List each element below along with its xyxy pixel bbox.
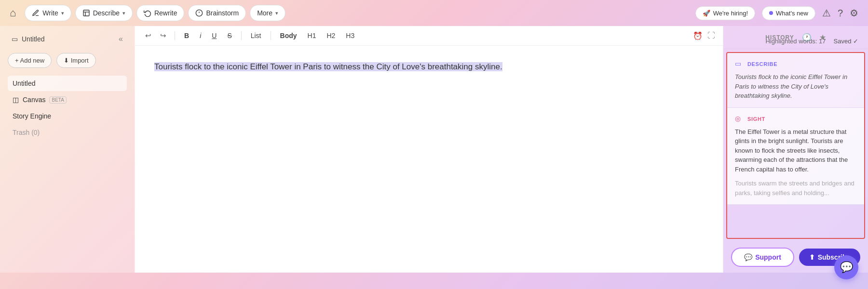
sight-card-text-1: The Eiffel Tower is a metal structure th… (735, 127, 856, 174)
bold-button[interactable]: B (181, 30, 192, 41)
sight-card-type: SIGHT (747, 116, 765, 122)
alert-icon-button[interactable]: ⚠ (822, 7, 831, 19)
add-new-label: + Add new (15, 57, 44, 64)
toolbar-separator-2 (241, 31, 242, 40)
more-label: More (257, 9, 272, 17)
sidebar-doc-icon: ▭ (12, 35, 18, 43)
editor-area: ↩ ↪ B i U S List Body H1 H2 H3 ⏰ ⛶ Touri… (135, 26, 723, 273)
chat-bubble-button[interactable]: 💬 (834, 255, 858, 279)
underline-button[interactable]: U (208, 30, 220, 41)
more-chevron[interactable]: ▾ (275, 10, 278, 16)
hiring-label: We're hiring! (713, 10, 748, 17)
sidebar: ▭ Untitled « + Add new ⬇ Import Untitled… (0, 26, 135, 273)
more-button[interactable]: More ▾ (250, 5, 285, 21)
support-label: Support (755, 253, 781, 261)
write-label: Write (42, 9, 58, 17)
h2-button[interactable]: H2 (323, 30, 339, 41)
italic-button[interactable]: i (196, 30, 204, 41)
hiring-button[interactable]: 🚀 We're hiring! (695, 6, 755, 20)
editor-text: Tourists flock to the iconic Eiffel Towe… (154, 60, 704, 73)
editor-toolbar: ↩ ↪ B i U S List Body H1 H2 H3 ⏰ ⛶ (135, 26, 723, 46)
toolbar-right: ⏰ ⛶ (693, 31, 715, 40)
import-button[interactable]: ⬇ Import (56, 53, 95, 68)
rewrite-icon (144, 9, 151, 17)
saved-status: Saved ✓ (834, 38, 858, 45)
rewrite-label: Rewrite (154, 9, 177, 17)
support-icon: 💬 (744, 253, 752, 261)
highlighted-text: Tourists flock to the iconic Eiffel Towe… (154, 62, 502, 71)
h3-button[interactable]: H3 (342, 30, 358, 41)
sidebar-item-trash-label: Trash (0) (13, 129, 40, 136)
history-panel: HISTORY 🕐 ★ ▭ DESCRIBE Tourists flock to… (723, 26, 868, 273)
sidebar-item-untitled-label: Untitled (13, 79, 35, 87)
sidebar-collapse-button[interactable]: « (119, 35, 123, 43)
sidebar-item-canvas-label: Canvas (23, 96, 45, 104)
describe-card-type: DESCRIBE (747, 61, 777, 67)
import-label: ⬇ Import (64, 57, 88, 64)
sight-card-icon: ◎ (735, 115, 744, 123)
sight-card: ◎ SIGHT The Eiffel Tower is a metal stru… (727, 108, 864, 205)
write-icon (32, 9, 40, 17)
toolbar-separator-1 (175, 31, 175, 40)
describe-chevron[interactable]: ▾ (122, 10, 125, 16)
nav-right: 🚀 We're hiring! What's new ⚠ ? ⚙ (695, 6, 858, 20)
sidebar-doc-name: Untitled (22, 35, 44, 43)
sight-card-header: ◎ SIGHT (735, 115, 856, 123)
sidebar-item-canvas[interactable]: ◫ Canvas BETA (8, 92, 127, 107)
history-clock-icon[interactable]: ⏰ (693, 31, 703, 40)
settings-icon-button[interactable]: ⚙ (850, 7, 858, 19)
body-button[interactable]: Body (277, 30, 300, 41)
rocket-icon: 🚀 (703, 10, 710, 17)
canvas-icon: ◫ (13, 96, 19, 104)
write-button[interactable]: Write ▾ (25, 5, 71, 21)
h1-button[interactable]: H1 (304, 30, 320, 41)
toolbar-separator-3 (271, 31, 271, 40)
undo-button[interactable]: ↩ (143, 30, 154, 41)
describe-card-icon: ▭ (735, 60, 744, 68)
top-toolbar: ⌂ Write ▾ Describe ▾ Rewrite Brainstorm … (0, 0, 868, 26)
brainstorm-button[interactable]: Brainstorm (188, 5, 246, 21)
sidebar-item-story-engine[interactable]: Story Engine (8, 108, 127, 124)
brainstorm-icon (195, 9, 203, 17)
write-chevron[interactable]: ▾ (61, 10, 64, 16)
brainstorm-label: Brainstorm (206, 9, 239, 17)
support-button[interactable]: 💬 Support (731, 248, 794, 267)
redo-button[interactable]: ↪ (158, 30, 169, 41)
subscribe-icon: ⬆ (809, 253, 815, 261)
sidebar-item-trash[interactable]: Trash (0) (8, 125, 127, 140)
describe-card-header: ▭ DESCRIBE (735, 60, 856, 68)
saved-bar: Highlighted words: 17 Saved ✓ (765, 38, 858, 45)
beta-badge: BETA (49, 96, 66, 104)
sidebar-actions: + Add new ⬇ Import (8, 53, 127, 68)
home-icon[interactable]: ⌂ (10, 7, 16, 19)
list-button[interactable]: List (247, 30, 265, 41)
whats-new-label: What's new (776, 10, 808, 17)
history-content: ▭ DESCRIBE Tourists flock to the iconic … (726, 52, 865, 239)
sight-card-text-2: Tourists swarm the streets and bridges a… (735, 179, 856, 197)
editor-content[interactable]: Tourists flock to the iconic Eiffel Towe… (135, 46, 723, 273)
describe-label: Describe (93, 9, 120, 17)
add-new-button[interactable]: + Add new (8, 53, 52, 68)
strikethrough-button[interactable]: S (224, 30, 235, 41)
fullscreen-icon[interactable]: ⛶ (707, 31, 715, 40)
describe-button[interactable]: Describe ▾ (75, 5, 133, 21)
describe-card-text: Tourists flock to the iconic Eiffel Towe… (735, 72, 856, 101)
svg-rect-0 (83, 10, 89, 16)
highlighted-words: Highlighted words: 17 (765, 38, 826, 45)
sidebar-item-story-engine-label: Story Engine (13, 112, 51, 120)
describe-card: ▭ DESCRIBE Tourists flock to the iconic … (727, 53, 864, 108)
whats-new-button[interactable]: What's new (762, 6, 815, 20)
main-layout: ▭ Untitled « + Add new ⬇ Import Untitled… (0, 26, 868, 273)
notification-dot (769, 11, 773, 15)
sidebar-item-untitled[interactable]: Untitled (8, 76, 127, 91)
sidebar-header: ▭ Untitled « (8, 32, 127, 46)
rewrite-button[interactable]: Rewrite (136, 5, 184, 21)
sidebar-title: ▭ Untitled (12, 35, 44, 43)
describe-icon (82, 9, 90, 17)
help-icon-button[interactable]: ? (838, 8, 843, 19)
chat-icon: 💬 (840, 261, 853, 274)
